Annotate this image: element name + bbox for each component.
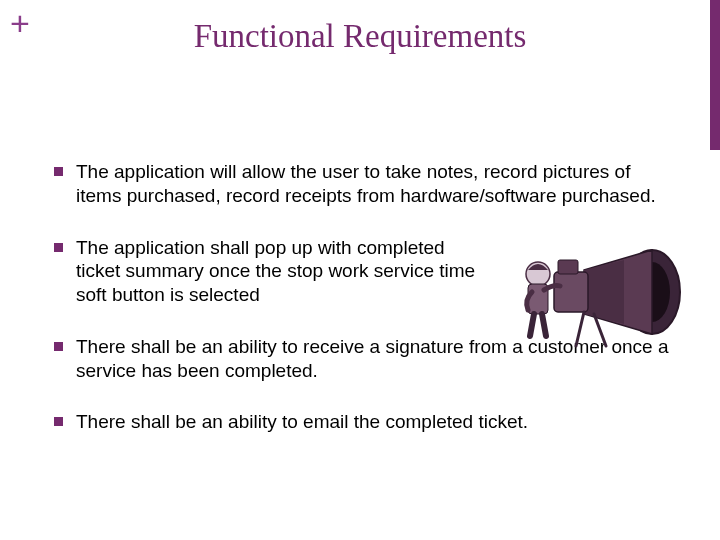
- svg-rect-2: [554, 272, 588, 312]
- camera-illustration: [484, 232, 684, 352]
- bullet-text: The application will allow the user to t…: [76, 161, 656, 206]
- list-item: The application will allow the user to t…: [50, 160, 670, 208]
- bullet-text: The application shall pop up with comple…: [76, 237, 475, 306]
- svg-rect-3: [558, 260, 578, 274]
- page-title: Functional Requirements: [0, 18, 720, 55]
- list-item: There shall be an ability to email the c…: [50, 410, 670, 434]
- bullet-text: There shall be an ability to email the c…: [76, 411, 528, 432]
